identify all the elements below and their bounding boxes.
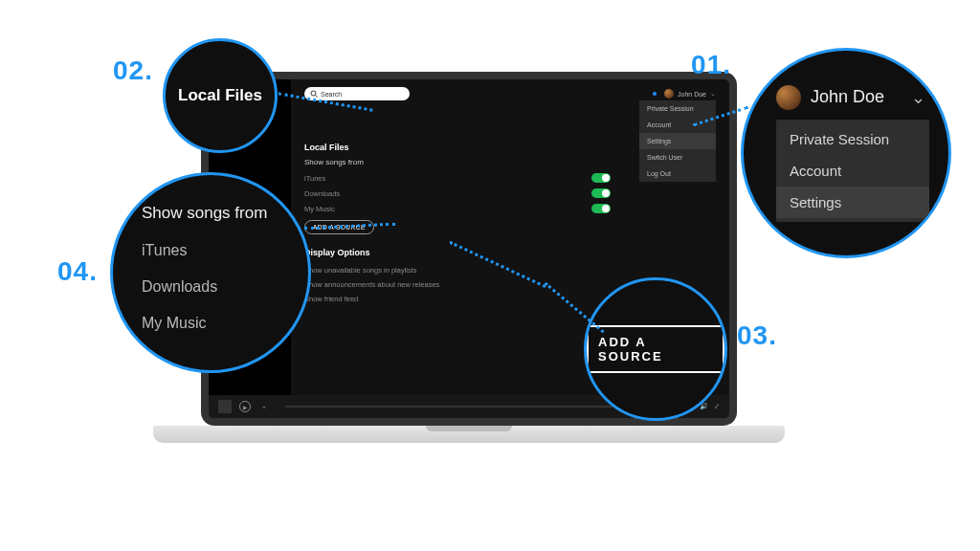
avatar: [664, 89, 674, 99]
svg-point-0: [311, 91, 316, 96]
source-label: My Music: [304, 205, 335, 213]
notification-icon[interactable]: [653, 92, 657, 96]
source-row-itunes: iTunes: [304, 170, 611, 186]
source-row-downloads: Downloads: [304, 186, 611, 201]
progress-bar[interactable]: [285, 406, 652, 408]
callout-number-01: 01.: [691, 50, 731, 80]
toggle-downloads[interactable]: [591, 188, 611, 198]
menu-item-settings[interactable]: Settings: [776, 187, 929, 218]
expand-icon[interactable]: ⤢: [714, 403, 720, 410]
display-row: Show unavailable songs in playlists: [304, 263, 611, 277]
callout-01-menu: Private Session Account Settings: [776, 120, 929, 222]
callout-01-user-menu: John Doe ⌄ Private Session Account Setti…: [741, 48, 951, 258]
album-art-placeholder: [218, 400, 232, 413]
callout-01-username: John Doe: [811, 87, 884, 107]
section-local-files: Local Files: [304, 143, 716, 152]
callout-04-item: My Music: [142, 305, 308, 342]
user-name: John Doe: [678, 91, 706, 98]
avatar: [776, 85, 801, 110]
search-icon: [310, 90, 318, 98]
callout-number-03: 03.: [737, 320, 777, 351]
menu-item-account[interactable]: Account: [776, 155, 929, 187]
source-row-my-music: My Music: [304, 201, 611, 216]
callout-02-local-files: Local Files: [163, 38, 278, 153]
callout-number-04: 04.: [57, 256, 98, 287]
callout-number-02: 02.: [113, 55, 153, 86]
source-label: iTunes: [304, 174, 325, 183]
chevron-down-icon: ⌄: [911, 87, 925, 108]
svg-line-1: [316, 96, 318, 98]
callout-02-text: Local Files: [178, 86, 262, 105]
section-display-options: Display Options: [304, 248, 716, 257]
callout-04-heading: Show songs from: [142, 204, 308, 223]
callout-04-item: Downloads: [142, 269, 308, 305]
callout-04-show-songs: Show songs from iTunes Downloads My Musi…: [110, 172, 311, 373]
search-placeholder: Search: [321, 91, 342, 98]
callout-03-add-source: ADD A SOURCE: [584, 277, 727, 421]
menu-item-private-session[interactable]: Private Session: [639, 100, 716, 117]
add-a-source-button[interactable]: ADD A SOURCE: [587, 325, 724, 373]
search-input[interactable]: Search: [304, 87, 410, 100]
menu-item-private-session[interactable]: Private Session: [776, 123, 929, 155]
toggle-itunes[interactable]: [591, 173, 611, 183]
source-label: Downloads: [304, 189, 340, 198]
display-row: Show announcements about new releases: [304, 277, 611, 292]
next-button[interactable]: »: [258, 401, 270, 412]
laptop-base: [153, 426, 785, 443]
callout-01-user-row[interactable]: John Doe ⌄: [776, 85, 948, 110]
play-button[interactable]: ▶: [239, 401, 251, 412]
callout-04-item: iTunes: [142, 232, 308, 269]
show-songs-from-label: Show songs from: [304, 158, 716, 166]
user-menu-trigger[interactable]: John Doe ⌄: [653, 89, 716, 99]
toggle-my-music[interactable]: [591, 204, 611, 213]
chevron-down-icon: ⌄: [710, 90, 716, 98]
